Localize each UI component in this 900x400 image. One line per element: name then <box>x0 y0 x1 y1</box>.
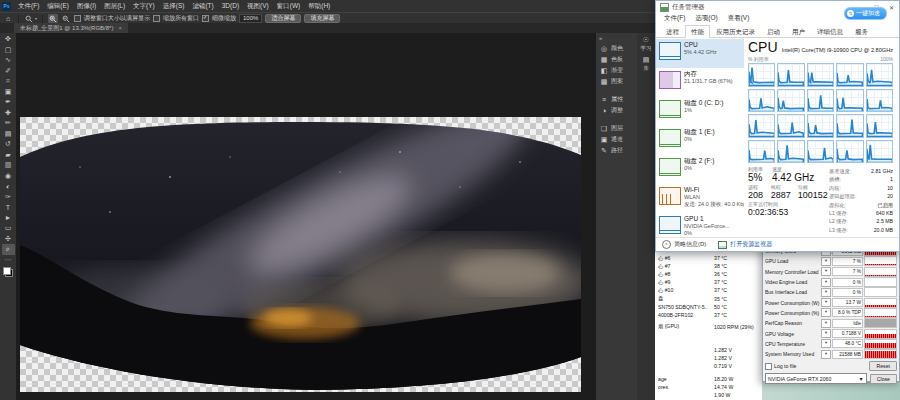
fewer-details-link[interactable]: ∧ 简略信息(D) <box>662 240 706 249</box>
menu-item[interactable]: 选项(O) <box>690 14 722 23</box>
gpu-device-dropdown[interactable]: NVIDIA GeForce RTX 2060 ▼ <box>765 373 867 384</box>
foreground-color-chip[interactable] <box>3 267 11 275</box>
sidebar-item[interactable]: Wi-Fi WLAN 发送: 24.0 接收: 40.0 Kbps <box>656 184 744 213</box>
panel-button[interactable]: ✎ 路径 <box>596 145 637 156</box>
reset-button[interactable]: Reset <box>869 361 897 371</box>
zoom-tool-icon[interactable] <box>24 14 34 23</box>
panel-button[interactable]: ◧ 渐变 <box>596 65 637 76</box>
chevron-down-icon[interactable]: ▼ <box>821 329 831 338</box>
chevron-down-icon[interactable]: ▼ <box>821 350 831 359</box>
tool-button[interactable]: ✒ <box>2 97 15 108</box>
tool-button[interactable]: ✚ <box>2 108 15 119</box>
close-button[interactable]: Close <box>870 374 897 384</box>
zoom-out-icon[interactable] <box>61 14 71 23</box>
tool-button[interactable]: ▣ <box>2 87 15 98</box>
tab[interactable]: 应用历史记录 <box>710 25 761 38</box>
tab[interactable]: 详细信息 <box>811 25 849 38</box>
menu-item[interactable]: 文字(Y) <box>129 0 159 12</box>
scrubby-zoom-checkbox[interactable] <box>202 15 209 22</box>
tab[interactable]: 用户 <box>786 25 811 38</box>
tab[interactable]: 性能 <box>685 25 710 38</box>
boost-button[interactable]: ↯ 一键加速 <box>844 7 887 20</box>
tool-button[interactable]: ▰ <box>2 150 15 161</box>
menu-item[interactable]: 图层(L) <box>100 0 129 12</box>
foreground-background-colors[interactable] <box>3 267 13 277</box>
home-icon[interactable]: ⌂ <box>3 14 13 23</box>
menu-item[interactable]: 查看(V) <box>723 14 755 23</box>
chevron-down-icon[interactable]: ▼ <box>821 278 831 287</box>
resize-windows-checkbox[interactable] <box>74 15 81 22</box>
expand-panels-icon[interactable]: » <box>596 35 637 43</box>
tool-button[interactable]: ► <box>2 213 15 224</box>
tool-button[interactable]: ✣ <box>2 234 15 245</box>
tool-button[interactable]: ⌕ <box>2 244 15 255</box>
log-to-file-checkbox[interactable] <box>765 363 772 370</box>
menu-item[interactable]: 文件(F) <box>14 0 43 12</box>
panel-button[interactable]: ▣ 通道 <box>596 134 637 145</box>
tool-button[interactable]: ✜ <box>2 34 15 45</box>
cpu-core-graph <box>836 63 863 87</box>
cpu-core-graph <box>866 140 893 164</box>
tool-button[interactable]: ↺ <box>2 139 15 150</box>
tool-button[interactable]: ▥ <box>2 160 15 171</box>
tab[interactable]: 进程 <box>660 25 685 38</box>
menu-item[interactable]: 滤镜(T) <box>188 0 217 12</box>
sidebar-item[interactable]: 磁盘 0 (C: D:) 1% <box>656 97 744 126</box>
tool-button[interactable]: ▤ <box>2 129 15 140</box>
menu-item[interactable]: 选择(S) <box>159 0 189 12</box>
menu-item[interactable]: 3D(D) <box>218 0 243 12</box>
scroll-down-icon[interactable]: ˅ <box>895 353 897 358</box>
tool-button[interactable]: T <box>2 202 15 213</box>
panel-button[interactable]: ◎ 颜色 <box>596 43 637 54</box>
chevron-down-icon[interactable]: ▼ <box>821 267 831 276</box>
tool-button[interactable]: ▭ <box>2 223 15 234</box>
task-manager-tabs: 进程 性能 应用历史记录 启动 用户 详细信息 服务 <box>656 24 899 38</box>
tool-button[interactable]: ∿ <box>2 55 15 66</box>
open-resource-monitor-link[interactable]: 打开资源监视器 <box>718 240 772 249</box>
tool-button[interactable]: ✐ <box>2 66 15 77</box>
chevron-down-icon[interactable]: ▼ <box>821 319 831 328</box>
fill-screen-button[interactable]: 填充屏幕 <box>304 14 340 23</box>
tool-button[interactable]: ◉ <box>2 171 15 182</box>
panel-button[interactable]: ◑ 调整 <box>596 105 637 116</box>
tool-button[interactable]: ⌗ <box>2 76 15 87</box>
panel-button[interactable]: ▦ 色板 <box>596 54 637 65</box>
chevron-down-icon[interactable]: ▼ <box>821 339 831 348</box>
panel-button[interactable]: ▩ 图案 <box>596 76 637 87</box>
chevron-down-icon[interactable]: ▼ <box>821 257 831 266</box>
tab[interactable]: 服务 <box>849 25 874 38</box>
chevron-down-icon[interactable]: ▼ <box>821 298 831 307</box>
zoom-value-field[interactable]: 100% <box>239 14 262 23</box>
document-tab[interactable]: 未标题_全景图1 @ 13.3%(RGB/8*) × <box>14 23 128 33</box>
panel-icon: ✎ <box>600 147 608 155</box>
tool-button[interactable]: ▢ <box>2 45 15 56</box>
menu-item[interactable]: 编辑(E) <box>43 0 73 12</box>
tab[interactable]: 启动 <box>761 25 786 38</box>
menu-item[interactable]: 图像(I) <box>73 0 100 12</box>
zoom-all-windows-checkbox[interactable] <box>153 15 160 22</box>
side-panel-label: 学习 <box>641 45 652 52</box>
sidebar-item[interactable]: 磁盘 2 (F:) 0% <box>656 155 744 184</box>
tool-button[interactable]: ✑ <box>2 192 15 203</box>
panel-button[interactable]: ≡ 属性 <box>596 94 637 105</box>
menu-item[interactable]: 视图(V) <box>243 0 273 12</box>
cpu-performance-pane: CPU Intel(R) Core(TM) i9-10900 CPU @ 2.8… <box>744 38 899 238</box>
fit-screen-button[interactable]: 适合屏幕 <box>265 14 301 23</box>
menu-item[interactable]: 窗口(W) <box>273 0 304 12</box>
zoom-in-icon[interactable] <box>48 14 58 23</box>
sidebar-item[interactable]: CPU 5% 4.42 GHz <box>656 39 744 68</box>
chevron-down-icon[interactable]: ▼ <box>821 308 831 317</box>
chevron-down-icon[interactable]: ▼ <box>821 288 831 297</box>
tool-button[interactable]: ✏ <box>2 118 15 129</box>
panel-button[interactable]: ❏ 图层 <box>596 123 637 134</box>
sidebar-item[interactable]: 磁盘 1 (E:) 0% <box>656 126 744 155</box>
side-panel-button[interactable]: ☉ 学习 <box>641 36 652 52</box>
sidebar-item[interactable]: 内存 21.1/31.7 GB (67%) <box>656 68 744 97</box>
menu-item[interactable]: 帮助(H) <box>304 0 334 12</box>
side-panel-button[interactable]: ▤ 库 <box>643 56 650 72</box>
sidebar-item[interactable]: GPU 1 NVIDIA GeForce... 0% <box>656 213 744 238</box>
tool-button[interactable]: ◐ <box>2 181 15 192</box>
menu-item[interactable]: 文件(F) <box>659 14 690 23</box>
tool-button[interactable]: ⋯ <box>2 255 15 266</box>
close-icon[interactable]: × <box>118 25 122 31</box>
